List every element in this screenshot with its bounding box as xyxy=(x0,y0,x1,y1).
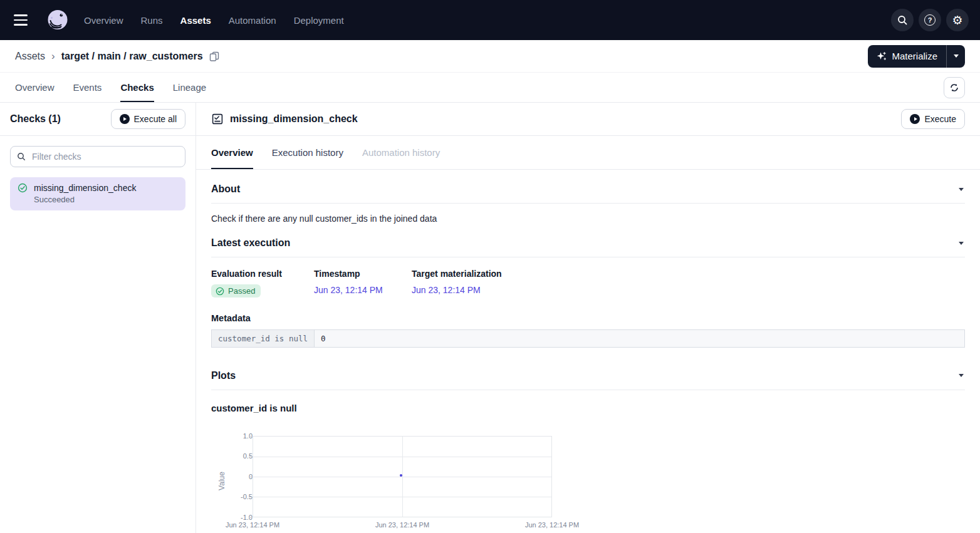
filter-checks-field xyxy=(10,146,185,167)
check-circle-icon xyxy=(216,287,224,296)
nav-item-deployment[interactable]: Deployment xyxy=(294,15,344,26)
plots-section-header: Plots xyxy=(211,356,965,390)
materialize-dropdown-button[interactable] xyxy=(946,45,965,68)
nav-item-overview[interactable]: Overview xyxy=(84,15,123,26)
hamburger-menu-icon[interactable] xyxy=(14,10,34,30)
breadcrumb-separator: › xyxy=(51,50,55,63)
help-button[interactable]: ? xyxy=(919,9,941,31)
about-description: Check if there are any null customer_ids… xyxy=(211,214,965,224)
target-materialization-link[interactable]: Jun 23, 12:14 PM xyxy=(412,285,481,295)
sparkle-icon xyxy=(877,51,887,61)
dagster-logo[interactable] xyxy=(45,8,70,33)
metadata-value: 0 xyxy=(315,329,965,347)
metadata-table: customer_id is null 0 xyxy=(211,329,965,348)
check-circle-icon xyxy=(18,183,28,193)
status-badge: Passed xyxy=(211,284,261,298)
latest-execution-heading: Latest execution xyxy=(211,237,290,249)
search-icon xyxy=(897,14,908,26)
tab-automation-history[interactable]: Automation history xyxy=(362,136,440,169)
latest-execution-section-header: Latest execution xyxy=(211,224,965,257)
materialize-label: Materialize xyxy=(892,51,937,61)
data-point[interactable] xyxy=(400,474,402,477)
primary-nav: Overview Runs Assets Automation Deployme… xyxy=(84,15,344,26)
tab-events[interactable]: Events xyxy=(73,73,102,102)
asset-tabs-row: Overview Events Checks Lineage xyxy=(0,73,980,103)
checks-side-panel: Checks (1) Execute all missing_dimension… xyxy=(0,103,196,533)
top-nav: Overview Runs Assets Automation Deployme… xyxy=(0,0,980,40)
collapse-chevron-icon[interactable] xyxy=(959,188,964,191)
tab-checks[interactable]: Checks xyxy=(120,73,154,102)
timestamp-link[interactable]: Jun 23, 12:14 PM xyxy=(314,285,383,295)
check-status: Succeeded xyxy=(34,195,178,204)
tab-check-overview[interactable]: Overview xyxy=(211,136,253,169)
col-target-materialization: Target materialization xyxy=(412,269,965,279)
execute-all-button[interactable]: Execute all xyxy=(111,109,185,129)
check-detail-body: About Check if there are any null custom… xyxy=(196,170,980,533)
check-detail-title: missing_dimension_check xyxy=(230,113,358,125)
materialize-button[interactable]: Materialize xyxy=(868,45,946,68)
gear-icon: ⚙ xyxy=(952,14,962,26)
plot-area xyxy=(253,436,552,517)
x-tick: Jun 23, 12:14 PM xyxy=(226,521,279,529)
play-circle-icon xyxy=(910,114,920,124)
collapse-chevron-icon[interactable] xyxy=(959,242,964,245)
refresh-icon xyxy=(949,83,959,93)
checks-panel-title: Checks (1) xyxy=(10,113,61,125)
tab-execution-history[interactable]: Execution history xyxy=(272,136,343,169)
chevron-down-icon xyxy=(954,54,959,58)
y-axis-label: Value xyxy=(217,472,226,490)
copy-icon[interactable] xyxy=(209,51,219,61)
materialize-split-button: Materialize xyxy=(868,45,965,68)
check-name: missing_dimension_check xyxy=(34,183,136,193)
plot-title: customer_id is null xyxy=(211,403,965,413)
value-scatter-chart: Value 1.0 0.5 0 -0.5 -1.0 Jun xyxy=(211,430,575,533)
refresh-button[interactable] xyxy=(944,77,965,98)
latest-execution-table: Evaluation result Timestamp Target mater… xyxy=(211,269,965,298)
tab-lineage[interactable]: Lineage xyxy=(173,73,206,102)
execute-button[interactable]: Execute xyxy=(901,109,965,129)
nav-item-automation[interactable]: Automation xyxy=(229,15,276,26)
check-detail-tabs: Overview Execution history Automation hi… xyxy=(196,136,980,170)
asset-check-icon xyxy=(211,113,224,125)
metadata-heading: Metadata xyxy=(211,313,965,323)
x-tick: Jun 23, 12:14 PM xyxy=(525,521,579,529)
search-icon xyxy=(17,152,26,161)
nav-item-assets[interactable]: Assets xyxy=(180,15,211,26)
metadata-key: customer_id is null xyxy=(212,329,315,347)
col-evaluation-result: Evaluation result xyxy=(211,269,314,279)
tab-overview[interactable]: Overview xyxy=(15,73,55,102)
col-timestamp: Timestamp xyxy=(314,269,412,279)
check-detail-panel: missing_dimension_check Execute Overview… xyxy=(196,103,980,533)
metadata-row: customer_id is null 0 xyxy=(212,329,965,347)
breadcrumb-asset-key: target / main / raw_customers xyxy=(61,51,203,62)
filter-checks-input[interactable] xyxy=(31,151,179,162)
x-tick: Jun 23, 12:14 PM xyxy=(375,521,429,529)
about-section-header: About xyxy=(211,170,965,204)
check-list-item[interactable]: missing_dimension_check Succeeded xyxy=(10,177,185,210)
breadcrumb-row: Assets › target / main / raw_customers M… xyxy=(0,40,980,73)
search-button[interactable] xyxy=(891,9,914,31)
breadcrumb-assets-link[interactable]: Assets xyxy=(15,51,45,62)
settings-button[interactable]: ⚙ xyxy=(946,9,969,31)
help-icon: ? xyxy=(924,14,936,26)
nav-item-runs[interactable]: Runs xyxy=(141,15,163,26)
about-heading: About xyxy=(211,184,240,195)
play-circle-icon xyxy=(120,114,130,124)
collapse-chevron-icon[interactable] xyxy=(959,374,964,377)
plots-heading: Plots xyxy=(211,370,236,381)
